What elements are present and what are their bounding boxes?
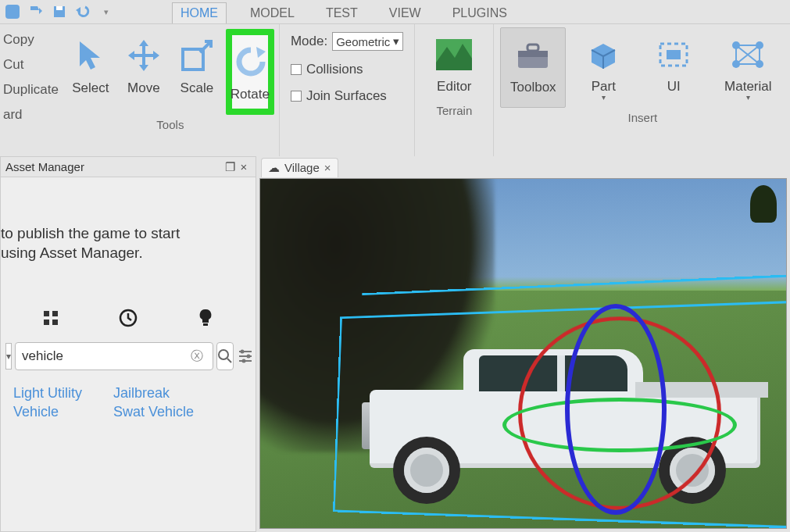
grid-view-icon[interactable] [39, 306, 63, 330]
terrain-group-label: Terrain [436, 104, 472, 117]
svg-rect-2 [56, 6, 63, 10]
cursor-icon [73, 38, 108, 73]
svg-point-21 [241, 350, 245, 354]
part-label: Part [592, 79, 616, 95]
search-results: Light Utility Vehicle Jailbreak Swat Veh… [1, 378, 256, 427]
close-tab-icon[interactable]: × [324, 161, 331, 174]
search-input[interactable] [22, 348, 188, 364]
insert-group-label: Insert [628, 111, 658, 124]
part-button[interactable]: Part ▾ [570, 27, 636, 108]
copy-button[interactable]: Copy [3, 30, 59, 49]
ribbon: Copy Cut Duplicate ard Select Move [0, 23, 790, 156]
viewport-tab[interactable]: ☁ Village × [261, 158, 338, 177]
mode-group: Mode: Geometric ▾ Collisions Join Surfac… [280, 24, 415, 156]
viewport-tabs: ☁ Village × [256, 156, 790, 178]
mode-dropdown[interactable]: Geometric ▾ [332, 32, 403, 51]
svg-rect-14 [44, 311, 49, 316]
select-button[interactable]: Select [66, 29, 115, 115]
tab-home[interactable]: HOME [172, 2, 227, 23]
mode-label: Mode: [291, 34, 327, 49]
3d-viewport[interactable] [259, 178, 787, 529]
undo-icon[interactable] [73, 2, 92, 21]
collisions-checkbox[interactable] [291, 64, 302, 75]
material-label: Material [724, 79, 771, 95]
qat-dropdown-icon[interactable]: ▾ [97, 2, 116, 21]
rotate-gizmo[interactable] [518, 312, 721, 515]
search-button[interactable] [216, 342, 234, 370]
svg-rect-19 [203, 323, 208, 326]
collisions-label: Collisions [306, 62, 363, 77]
insert-group: Toolbox Part ▾ UI Material ▾ [494, 24, 790, 156]
search-box: ⓧ [15, 342, 213, 370]
editor-button[interactable]: Editor [421, 27, 487, 101]
chevron-down-icon: ▾ [746, 93, 750, 102]
rotate-label: Rotate [231, 87, 270, 102]
join-surfaces-checkbox[interactable] [291, 91, 302, 102]
scene-tree-far [750, 185, 777, 223]
svg-point-23 [242, 359, 246, 363]
join-surfaces-label: Join Surfaces [306, 88, 387, 104]
asset-msg-line2: using Asset Manager. [1, 244, 246, 263]
scale-icon [180, 38, 214, 73]
asset-manager-panel: Asset Manager ❐ × to publish the game to… [0, 156, 256, 532]
move-icon [127, 38, 161, 73]
tab-view[interactable]: VIEW [381, 3, 429, 23]
menu-tabs: HOME MODEL TEST VIEW PLUGINS [172, 0, 515, 23]
panel-header: Asset Manager ❐ × [1, 157, 256, 177]
viewport-area: ☁ Village × [256, 156, 790, 532]
close-icon[interactable]: × [237, 160, 251, 173]
category-dropdown[interactable]: ▾ [5, 343, 12, 370]
viewport-tab-label: Village [284, 161, 320, 174]
export-icon[interactable] [27, 2, 45, 21]
scale-label: Scale [181, 80, 214, 96]
ui-label: UI [667, 79, 681, 95]
filter-icon[interactable] [237, 342, 254, 370]
result-link[interactable]: Jailbreak [113, 384, 194, 402]
result-link[interactable]: Swat Vehicle [113, 403, 194, 421]
ui-button[interactable]: UI [641, 27, 706, 108]
save-icon[interactable] [50, 2, 69, 21]
svg-point-22 [247, 355, 251, 359]
cloud-icon: ☁ [268, 161, 280, 175]
rotate-button[interactable]: Rotate [226, 29, 274, 115]
ui-icon [656, 38, 692, 71]
toolbox-label: Toolbox [510, 80, 556, 95]
editor-label: Editor [437, 79, 471, 95]
tab-model[interactable]: MODEL [242, 3, 302, 23]
material-button[interactable]: Material ▾ [711, 27, 785, 108]
svg-rect-7 [527, 45, 538, 51]
recent-icon[interactable] [116, 306, 140, 330]
idea-icon[interactable] [194, 306, 217, 330]
panel-title: Asset Manager [5, 160, 84, 173]
move-label: Move [127, 80, 160, 96]
popout-icon[interactable]: ❐ [223, 160, 237, 174]
rotate-icon [233, 45, 267, 79]
toolbox-button[interactable]: Toolbox [500, 27, 566, 108]
result-link[interactable]: Light Utility [13, 384, 82, 402]
asset-msg-line1: to publish the game to start [1, 224, 246, 244]
result-link[interactable]: Vehicle [13, 403, 82, 421]
terrain-group: Editor Terrain [415, 24, 494, 156]
clipboard-extra[interactable]: ard [3, 105, 59, 124]
svg-rect-9 [667, 50, 681, 59]
tab-plugins[interactable]: PLUGINS [445, 3, 515, 23]
clear-search-icon[interactable]: ⓧ [188, 348, 206, 365]
move-button[interactable]: Move [120, 29, 168, 115]
duplicate-button[interactable]: Duplicate [3, 80, 59, 99]
tab-test[interactable]: TEST [318, 3, 366, 23]
svg-rect-17 [52, 320, 58, 325]
app-icon [3, 2, 22, 21]
gizmo-ring-z[interactable] [565, 304, 667, 515]
svg-point-20 [219, 350, 228, 359]
tools-group: Select Move Scale Rotate Tools [62, 24, 280, 156]
svg-rect-16 [44, 320, 49, 325]
chevron-down-icon: ▾ [602, 93, 606, 102]
asset-toolbar [1, 302, 256, 334]
part-icon [585, 38, 621, 71]
scale-button[interactable]: Scale [173, 29, 221, 115]
mode-value: Geometric [336, 35, 390, 48]
tools-group-label: Tools [156, 118, 184, 131]
svg-rect-15 [52, 311, 58, 316]
chevron-down-icon: ▾ [393, 34, 399, 48]
cut-button[interactable]: Cut [3, 55, 59, 74]
